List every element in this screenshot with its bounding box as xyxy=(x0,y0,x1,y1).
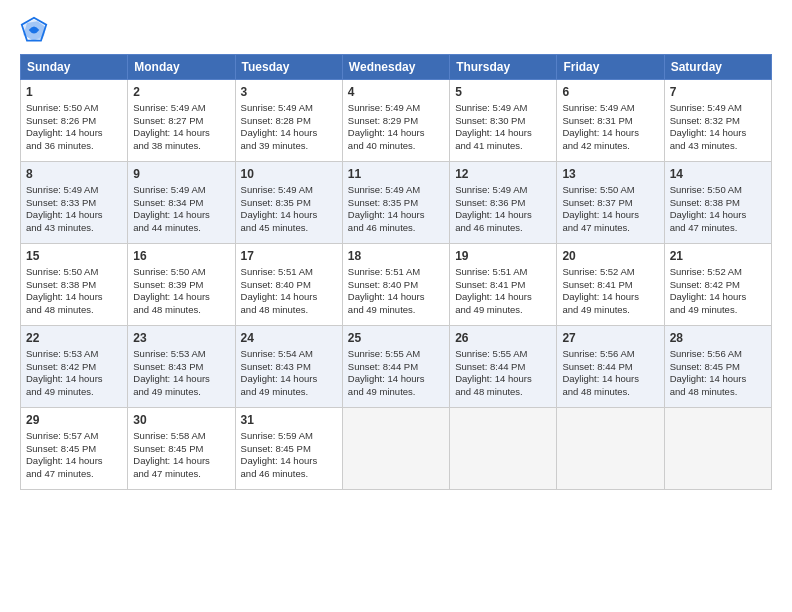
calendar-day-cell: 7Sunrise: 5:49 AMSunset: 8:32 PMDaylight… xyxy=(664,80,771,162)
day-info: Sunrise: 5:53 AMSunset: 8:43 PMDaylight:… xyxy=(133,348,229,399)
calendar-day-cell: 12Sunrise: 5:49 AMSunset: 8:36 PMDayligh… xyxy=(450,162,557,244)
day-number: 7 xyxy=(670,84,766,101)
day-number: 2 xyxy=(133,84,229,101)
day-number: 26 xyxy=(455,330,551,347)
calendar-day-cell: 1Sunrise: 5:50 AMSunset: 8:26 PMDaylight… xyxy=(21,80,128,162)
calendar-day-cell: 29Sunrise: 5:57 AMSunset: 8:45 PMDayligh… xyxy=(21,408,128,490)
calendar-day-cell: 18Sunrise: 5:51 AMSunset: 8:40 PMDayligh… xyxy=(342,244,449,326)
calendar-day-cell: 15Sunrise: 5:50 AMSunset: 8:38 PMDayligh… xyxy=(21,244,128,326)
day-info: Sunrise: 5:49 AMSunset: 8:30 PMDaylight:… xyxy=(455,102,551,153)
calendar-day-cell: 27Sunrise: 5:56 AMSunset: 8:44 PMDayligh… xyxy=(557,326,664,408)
calendar-day-cell: 22Sunrise: 5:53 AMSunset: 8:42 PMDayligh… xyxy=(21,326,128,408)
day-number: 1 xyxy=(26,84,122,101)
weekday-header-row: SundayMondayTuesdayWednesdayThursdayFrid… xyxy=(21,55,772,80)
day-info: Sunrise: 5:56 AMSunset: 8:45 PMDaylight:… xyxy=(670,348,766,399)
day-number: 16 xyxy=(133,248,229,265)
calendar-day-cell: 23Sunrise: 5:53 AMSunset: 8:43 PMDayligh… xyxy=(128,326,235,408)
calendar-day-cell: 9Sunrise: 5:49 AMSunset: 8:34 PMDaylight… xyxy=(128,162,235,244)
day-info: Sunrise: 5:57 AMSunset: 8:45 PMDaylight:… xyxy=(26,430,122,481)
calendar-day-cell: 14Sunrise: 5:50 AMSunset: 8:38 PMDayligh… xyxy=(664,162,771,244)
day-info: Sunrise: 5:49 AMSunset: 8:35 PMDaylight:… xyxy=(241,184,337,235)
day-number: 31 xyxy=(241,412,337,429)
day-info: Sunrise: 5:49 AMSunset: 8:27 PMDaylight:… xyxy=(133,102,229,153)
day-number: 12 xyxy=(455,166,551,183)
calendar-day-cell: 19Sunrise: 5:51 AMSunset: 8:41 PMDayligh… xyxy=(450,244,557,326)
day-info: Sunrise: 5:53 AMSunset: 8:42 PMDaylight:… xyxy=(26,348,122,399)
calendar-day-cell: 10Sunrise: 5:49 AMSunset: 8:35 PMDayligh… xyxy=(235,162,342,244)
calendar-day-cell: 5Sunrise: 5:49 AMSunset: 8:30 PMDaylight… xyxy=(450,80,557,162)
day-number: 21 xyxy=(670,248,766,265)
calendar-day-cell: 4Sunrise: 5:49 AMSunset: 8:29 PMDaylight… xyxy=(342,80,449,162)
day-info: Sunrise: 5:52 AMSunset: 8:41 PMDaylight:… xyxy=(562,266,658,317)
weekday-header-monday: Monday xyxy=(128,55,235,80)
day-number: 22 xyxy=(26,330,122,347)
day-info: Sunrise: 5:54 AMSunset: 8:43 PMDaylight:… xyxy=(241,348,337,399)
day-info: Sunrise: 5:49 AMSunset: 8:33 PMDaylight:… xyxy=(26,184,122,235)
calendar-week-row: 1Sunrise: 5:50 AMSunset: 8:26 PMDaylight… xyxy=(21,80,772,162)
calendar-day-cell xyxy=(557,408,664,490)
calendar-day-cell: 3Sunrise: 5:49 AMSunset: 8:28 PMDaylight… xyxy=(235,80,342,162)
calendar-table: SundayMondayTuesdayWednesdayThursdayFrid… xyxy=(20,54,772,490)
day-number: 24 xyxy=(241,330,337,347)
day-number: 6 xyxy=(562,84,658,101)
day-info: Sunrise: 5:49 AMSunset: 8:31 PMDaylight:… xyxy=(562,102,658,153)
calendar-day-cell: 26Sunrise: 5:55 AMSunset: 8:44 PMDayligh… xyxy=(450,326,557,408)
day-number: 13 xyxy=(562,166,658,183)
calendar-week-row: 29Sunrise: 5:57 AMSunset: 8:45 PMDayligh… xyxy=(21,408,772,490)
day-number: 25 xyxy=(348,330,444,347)
day-info: Sunrise: 5:51 AMSunset: 8:40 PMDaylight:… xyxy=(241,266,337,317)
day-number: 5 xyxy=(455,84,551,101)
calendar-day-cell: 17Sunrise: 5:51 AMSunset: 8:40 PMDayligh… xyxy=(235,244,342,326)
day-info: Sunrise: 5:49 AMSunset: 8:32 PMDaylight:… xyxy=(670,102,766,153)
day-info: Sunrise: 5:49 AMSunset: 8:35 PMDaylight:… xyxy=(348,184,444,235)
day-info: Sunrise: 5:55 AMSunset: 8:44 PMDaylight:… xyxy=(455,348,551,399)
day-info: Sunrise: 5:50 AMSunset: 8:39 PMDaylight:… xyxy=(133,266,229,317)
calendar-day-cell: 24Sunrise: 5:54 AMSunset: 8:43 PMDayligh… xyxy=(235,326,342,408)
page: SundayMondayTuesdayWednesdayThursdayFrid… xyxy=(0,0,792,612)
calendar-day-cell: 6Sunrise: 5:49 AMSunset: 8:31 PMDaylight… xyxy=(557,80,664,162)
calendar-day-cell xyxy=(664,408,771,490)
day-info: Sunrise: 5:51 AMSunset: 8:41 PMDaylight:… xyxy=(455,266,551,317)
day-info: Sunrise: 5:49 AMSunset: 8:36 PMDaylight:… xyxy=(455,184,551,235)
calendar-week-row: 22Sunrise: 5:53 AMSunset: 8:42 PMDayligh… xyxy=(21,326,772,408)
calendar-day-cell: 11Sunrise: 5:49 AMSunset: 8:35 PMDayligh… xyxy=(342,162,449,244)
day-number: 19 xyxy=(455,248,551,265)
day-info: Sunrise: 5:52 AMSunset: 8:42 PMDaylight:… xyxy=(670,266,766,317)
calendar-day-cell: 25Sunrise: 5:55 AMSunset: 8:44 PMDayligh… xyxy=(342,326,449,408)
day-info: Sunrise: 5:49 AMSunset: 8:29 PMDaylight:… xyxy=(348,102,444,153)
day-number: 15 xyxy=(26,248,122,265)
logo-icon xyxy=(20,16,48,44)
day-number: 27 xyxy=(562,330,658,347)
calendar-week-row: 8Sunrise: 5:49 AMSunset: 8:33 PMDaylight… xyxy=(21,162,772,244)
header xyxy=(20,16,772,44)
day-info: Sunrise: 5:49 AMSunset: 8:28 PMDaylight:… xyxy=(241,102,337,153)
weekday-header-friday: Friday xyxy=(557,55,664,80)
calendar-day-cell: 30Sunrise: 5:58 AMSunset: 8:45 PMDayligh… xyxy=(128,408,235,490)
logo xyxy=(20,16,52,44)
day-number: 23 xyxy=(133,330,229,347)
day-number: 20 xyxy=(562,248,658,265)
day-number: 18 xyxy=(348,248,444,265)
calendar-day-cell xyxy=(342,408,449,490)
day-info: Sunrise: 5:55 AMSunset: 8:44 PMDaylight:… xyxy=(348,348,444,399)
weekday-header-tuesday: Tuesday xyxy=(235,55,342,80)
calendar-day-cell: 31Sunrise: 5:59 AMSunset: 8:45 PMDayligh… xyxy=(235,408,342,490)
day-info: Sunrise: 5:50 AMSunset: 8:26 PMDaylight:… xyxy=(26,102,122,153)
day-number: 17 xyxy=(241,248,337,265)
calendar-week-row: 15Sunrise: 5:50 AMSunset: 8:38 PMDayligh… xyxy=(21,244,772,326)
weekday-header-sunday: Sunday xyxy=(21,55,128,80)
weekday-header-saturday: Saturday xyxy=(664,55,771,80)
day-number: 4 xyxy=(348,84,444,101)
day-number: 10 xyxy=(241,166,337,183)
weekday-header-wednesday: Wednesday xyxy=(342,55,449,80)
day-info: Sunrise: 5:50 AMSunset: 8:38 PMDaylight:… xyxy=(26,266,122,317)
calendar-day-cell xyxy=(450,408,557,490)
day-number: 9 xyxy=(133,166,229,183)
day-info: Sunrise: 5:49 AMSunset: 8:34 PMDaylight:… xyxy=(133,184,229,235)
day-number: 8 xyxy=(26,166,122,183)
calendar-day-cell: 21Sunrise: 5:52 AMSunset: 8:42 PMDayligh… xyxy=(664,244,771,326)
weekday-header-thursday: Thursday xyxy=(450,55,557,80)
day-info: Sunrise: 5:50 AMSunset: 8:38 PMDaylight:… xyxy=(670,184,766,235)
calendar-day-cell: 20Sunrise: 5:52 AMSunset: 8:41 PMDayligh… xyxy=(557,244,664,326)
calendar-day-cell: 2Sunrise: 5:49 AMSunset: 8:27 PMDaylight… xyxy=(128,80,235,162)
